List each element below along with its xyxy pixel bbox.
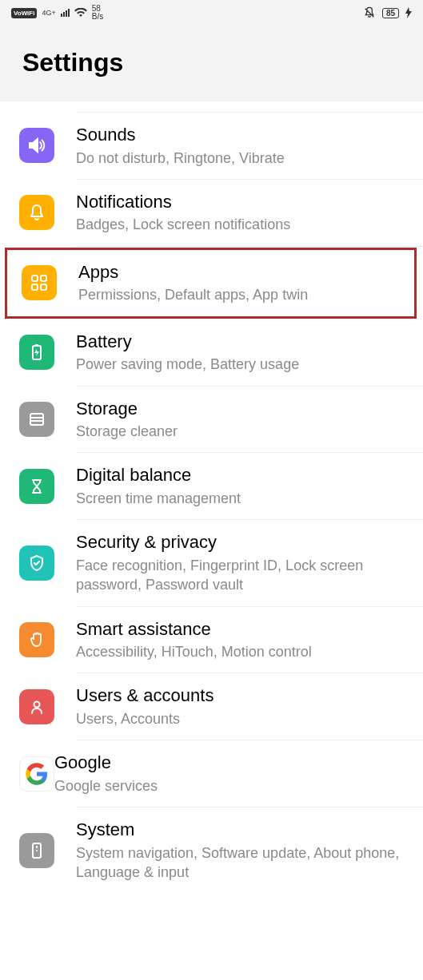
row-title: Sounds xyxy=(76,124,404,147)
row-subtitle: Face recognition, Fingerprint ID, Lock s… xyxy=(76,556,404,595)
row-subtitle: Accessibility, HiTouch, Motion control xyxy=(76,642,404,661)
settings-list: Sounds Do not disturb, Ringtone, Vibrate… xyxy=(0,101,423,893)
status-right: 85 xyxy=(363,6,412,19)
row-security[interactable]: Security & privacy Face recognition, Fin… xyxy=(0,520,423,605)
status-bar: VoWiFi 4G+ 58 B/s 85 xyxy=(0,0,423,26)
row-digital-balance[interactable]: Digital balance Screen time management xyxy=(0,453,423,519)
row-storage[interactable]: Storage Storage cleaner xyxy=(0,387,423,453)
svg-rect-2 xyxy=(32,284,38,290)
row-smart-assistance[interactable]: Smart assistance Accessibility, HiTouch,… xyxy=(0,607,423,673)
svg-point-11 xyxy=(36,850,38,851)
row-google[interactable]: Google Google services xyxy=(0,740,423,807)
row-title: Google xyxy=(54,752,404,775)
notifications-icon xyxy=(19,195,54,230)
row-users[interactable]: Users & accounts Users, Accounts xyxy=(0,673,423,740)
svg-rect-0 xyxy=(32,276,38,281)
row-system[interactable]: System System navigation, Software updat… xyxy=(0,807,423,893)
status-left: VoWiFi 4G+ 58 B/s xyxy=(11,5,103,21)
row-title: System xyxy=(76,819,404,842)
highlight-box: Apps Permissions, Default apps, App twin xyxy=(5,248,417,319)
storage-icon xyxy=(19,402,54,437)
network-speed: 58 B/s xyxy=(92,5,103,21)
partial-row-top xyxy=(76,101,423,113)
apps-icon xyxy=(22,265,57,300)
row-subtitle: Google services xyxy=(54,776,404,796)
shield-icon xyxy=(19,546,54,581)
row-title: Storage xyxy=(76,398,404,421)
google-icon xyxy=(19,756,54,792)
row-title: Apps xyxy=(78,261,395,284)
system-icon xyxy=(19,833,54,868)
row-subtitle: Power saving mode, Battery usage xyxy=(76,355,404,374)
svg-point-9 xyxy=(34,701,40,707)
row-subtitle: Users, Accounts xyxy=(76,709,404,728)
row-subtitle: Screen time management xyxy=(76,489,404,508)
person-icon xyxy=(19,689,54,724)
row-title: Notifications xyxy=(76,191,404,214)
svg-rect-5 xyxy=(35,344,38,346)
battery-indicator: 85 xyxy=(382,8,399,18)
row-sounds[interactable]: Sounds Do not disturb, Ringtone, Vibrate xyxy=(0,113,423,179)
hand-icon xyxy=(19,622,54,657)
page-title: Settings xyxy=(22,48,401,77)
network-type: 4G+ xyxy=(42,10,55,17)
mute-icon xyxy=(363,6,376,19)
svg-rect-3 xyxy=(41,284,46,290)
row-subtitle: Storage cleaner xyxy=(76,422,404,441)
hourglass-icon xyxy=(19,469,54,504)
row-title: Users & accounts xyxy=(76,684,404,708)
page-header: Settings xyxy=(0,26,423,101)
svg-rect-1 xyxy=(41,276,46,281)
row-title: Security & privacy xyxy=(76,531,404,554)
charging-icon xyxy=(405,7,412,18)
row-title: Battery xyxy=(76,331,404,354)
row-subtitle: Badges, Lock screen notifications xyxy=(76,215,404,234)
signal-icon xyxy=(61,9,70,17)
row-notifications[interactable]: Notifications Badges, Lock screen notifi… xyxy=(0,180,423,246)
row-title: Smart assistance xyxy=(76,618,404,641)
row-subtitle: System navigation, Software update, Abou… xyxy=(76,843,404,883)
row-subtitle: Permissions, Default apps, App twin xyxy=(78,285,395,304)
battery-icon xyxy=(19,335,54,370)
row-subtitle: Do not disturb, Ringtone, Vibrate xyxy=(76,149,404,168)
row-battery[interactable]: Battery Power saving mode, Battery usage xyxy=(0,319,423,386)
row-apps[interactable]: Apps Permissions, Default apps, App twin xyxy=(7,250,414,316)
sounds-icon xyxy=(19,128,54,163)
wifi-icon xyxy=(74,8,87,18)
vowifi-badge: VoWiFi xyxy=(11,8,37,18)
row-title: Digital balance xyxy=(76,464,404,487)
svg-rect-6 xyxy=(30,414,43,425)
